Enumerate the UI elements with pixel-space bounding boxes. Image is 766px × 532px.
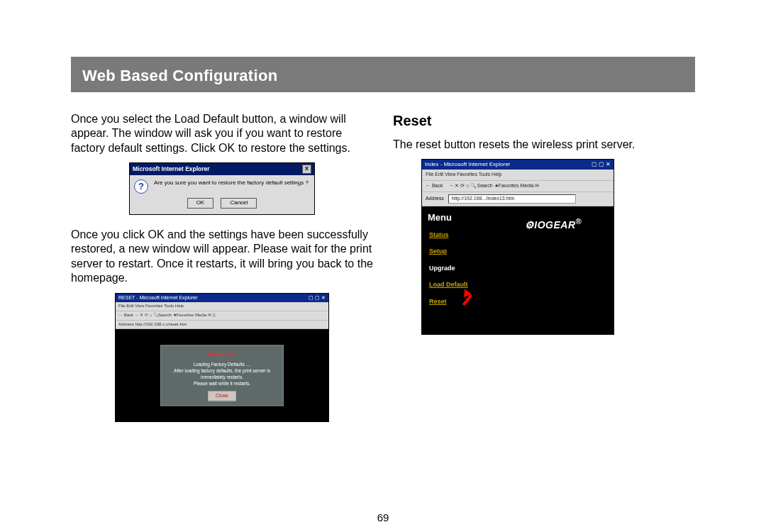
address-bar[interactable]: Address http://192.168.x.x/reset.htm	[116, 321, 328, 330]
restart-line3: Please wait while it restarts.	[165, 380, 279, 387]
address-label: Address	[426, 196, 444, 201]
dialog-message: Are you sure you want to restore the fac…	[154, 179, 309, 187]
right-paragraph: The reset button resets the wireless pri…	[393, 138, 695, 152]
red-arrow-icon	[456, 288, 480, 306]
address-url[interactable]: http://192.168.../index13.htm	[448, 194, 576, 204]
ok-button[interactable]: OK	[187, 198, 214, 208]
ie-menubar[interactable]: File Edit View Favorites Tools Help	[422, 170, 614, 181]
left-paragraph-2: Once you click OK and the settings have …	[71, 228, 373, 286]
sidebar-item-reset[interactable]: Reset	[429, 298, 490, 306]
left-paragraph-1: Once you select the Load Default button,…	[71, 112, 373, 155]
toolbar-rest[interactable]: → ✕ ⟳ ⌂ 🔍Search ★Favorites Media ✉	[448, 183, 539, 188]
brand-tm: ®	[576, 217, 582, 226]
left-column: Once you select the Load Default button,…	[71, 112, 373, 422]
ie-toolbar[interactable]: ← Back → ✕ ⟳ ⌂ 🔍Search ★Favorites Media …	[422, 181, 614, 192]
address-bar[interactable]: Address http://192.168.../index13.htm	[422, 192, 614, 206]
window-controls-icon: ▢ ▢ ✕	[309, 295, 326, 301]
confirm-dialog-figure: Microsoft Internet Explorer X ? Are you …	[129, 162, 315, 214]
page-number: 69	[377, 511, 389, 523]
sidebar-item-setup[interactable]: Setup	[429, 248, 490, 256]
close-button[interactable]: Close	[208, 391, 236, 401]
main-panel: ⚙IOGEAR®	[493, 206, 614, 334]
dialog-title: Microsoft Internet Explorer	[133, 165, 210, 173]
menu-title: Menu	[428, 212, 490, 224]
restart-line2: After loading factory defaults, the prin…	[165, 367, 279, 380]
ie-menubar[interactable]: File Edit View Favorites Tools Help	[116, 302, 328, 311]
back-button[interactable]: ← Back	[426, 183, 443, 188]
page-title: Web Based Configuration	[82, 67, 277, 84]
right-column: Reset The reset button resets the wirele…	[393, 112, 695, 422]
address-label: Address	[118, 322, 134, 326]
window-controls-icon: ▢ ▢ ✕	[592, 161, 611, 168]
sidebar-item-status[interactable]: Status	[429, 231, 490, 240]
restart-warn: Printserver#1	[165, 352, 279, 358]
reset-heading: Reset	[393, 112, 695, 131]
reset-label: Reset	[429, 298, 447, 305]
window-title: Index - Microsoft Internet Explorer	[425, 161, 511, 168]
brand-text: IOGEAR	[534, 219, 575, 231]
address-url[interactable]: http://192.168.x.x/reset.htm	[135, 322, 187, 326]
window-title: RESET - Microsoft Internet Explorer	[118, 295, 198, 301]
sidebar-menu: Menu Status Setup Upgrade Load Default R…	[422, 206, 493, 334]
iogear-menu-figure: Index - Microsoft Internet Explorer ▢ ▢ …	[421, 159, 614, 335]
restart-line1: Loading Factory Defaults …	[165, 361, 279, 367]
page-header: Web Based Configuration	[71, 57, 695, 92]
close-icon[interactable]: X	[302, 165, 311, 174]
restart-dialog: Printserver#1 Loading Factory Defaults ……	[160, 345, 284, 406]
ie-toolbar[interactable]: ← Back → ✕ ⟳ ⌂ 🔍Search ★Favorites Media …	[116, 311, 328, 321]
dialog-titlebar: Microsoft Internet Explorer X	[130, 163, 314, 175]
cancel-button[interactable]: Cancel	[221, 198, 257, 208]
restart-page-figure: RESET - Microsoft Internet Explorer ▢ ▢ …	[115, 293, 329, 423]
question-icon: ?	[134, 179, 148, 194]
brand-logo: ⚙IOGEAR®	[525, 216, 582, 334]
sidebar-item-upgrade[interactable]: Upgrade	[429, 265, 490, 273]
